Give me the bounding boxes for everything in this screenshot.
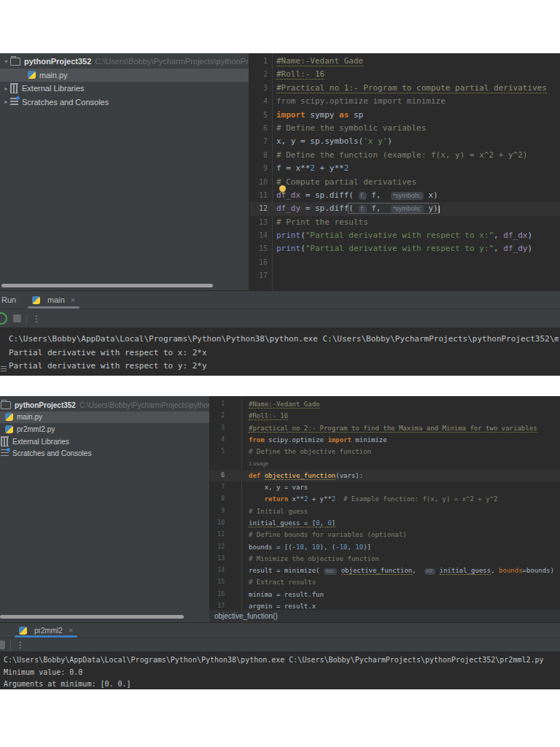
console-output: C:\Users\Bobby\AppData\Local\Programs\Py… <box>9 333 559 374</box>
code-line-4[interactable]: 4from scipy.optimize import minimize <box>249 95 560 108</box>
usage-inlay-row[interactable]: 1 usage <box>210 457 560 469</box>
code-line-10[interactable]: 10# Compute partial derivatives <box>249 176 560 189</box>
code-line-11[interactable]: 11df_dx = sp.diff( f: f, *symbols: x) <box>249 189 560 202</box>
code-line-5[interactable]: 5# Define the objective function <box>210 446 560 457</box>
code-line-2[interactable]: 2#Roll:- 16 <box>249 68 560 81</box>
code-line-14[interactable]: 14result = minimize( fun: objective_func… <box>210 565 560 576</box>
code-line-7[interactable]: 7x, y = sp.symbols('x y') <box>249 135 560 148</box>
line-number: 17 <box>210 600 225 610</box>
code-line-8[interactable]: 8 return x**2 + y**2 # Example function:… <box>210 493 560 505</box>
code-line-7[interactable]: 7 x, y = vars <box>210 481 560 493</box>
code-line-1[interactable]: 1#Name:-Vedant Gade <box>210 398 560 410</box>
code-editor[interactable]: 1#Name:-Vedant Gade2#Roll:- 163#Practica… <box>249 53 560 290</box>
project-panel: pythonProject352C:\Users\Bobby\PycharmPr… <box>0 396 210 610</box>
rerun-icon[interactable] <box>0 312 7 325</box>
parameter-hint: *symbols: <box>391 192 424 200</box>
code-line-1[interactable]: 1#Name:-Vedant Gade <box>249 55 560 68</box>
line-number: 17 <box>249 269 268 282</box>
stop-icon[interactable] <box>13 314 21 322</box>
code-line-15[interactable]: 15# Extract results <box>210 576 560 588</box>
close-icon[interactable]: × <box>69 626 73 635</box>
code-line-text: from scipy.optimize import minimize <box>225 434 560 446</box>
run-console[interactable]: C:\Users\Bobby\AppData\Local\Programs\Py… <box>0 328 560 376</box>
code-line-9[interactable]: 9# Initial guess <box>210 506 560 517</box>
code-line-text: df_dy = sp.diff( f: f, *symbols: y) <box>268 202 560 215</box>
tree-item-external-libraries[interactable]: External Libraries <box>0 436 209 448</box>
code-line-16[interactable]: 16minima = result.fun <box>210 589 560 600</box>
close-icon[interactable]: × <box>71 295 75 304</box>
run-tab-pr2mml2[interactable]: pr2mml2 × <box>13 623 79 638</box>
code-line-6[interactable]: 6# Define the symbolic variables <box>249 122 560 135</box>
parameter-hint: x0: <box>424 568 436 575</box>
code-line-12[interactable]: 12df_dy = sp.diff( f: f, *symbols: y) <box>249 202 560 215</box>
code-line-5[interactable]: 5import sympy as sp <box>249 109 560 122</box>
code-line-15[interactable]: 15print("Partial derivative with respect… <box>249 242 560 255</box>
chevron-down-icon[interactable]: ▾ <box>2 58 10 65</box>
code-line-text: initial_guess = [0, 0] <box>225 517 560 529</box>
code-line-text: #Roll:- 16 <box>268 68 560 81</box>
tree-item-external-libraries[interactable]: ▸External Libraries <box>0 82 249 96</box>
tree-item-label: Scratches and Consoles <box>12 449 91 457</box>
line-number: 2 <box>210 410 225 422</box>
line-number: 12 <box>210 541 225 553</box>
tree-item-pythonproject352[interactable]: pythonProject352C:\Users\Bobby\PycharmPr… <box>0 399 209 411</box>
code-line-17[interactable]: 17argmin = result.x <box>210 600 560 610</box>
tree-item-main-py[interactable]: main.py <box>0 411 209 424</box>
line-number: 3 <box>249 82 268 95</box>
line-number: 16 <box>210 589 225 600</box>
code-line-8[interactable]: 8# Define the function (example: f(x, y)… <box>249 149 560 162</box>
horizontal-scrollbar[interactable] <box>0 615 184 619</box>
code-line-11[interactable]: 11# Define bounds for variables (optiona… <box>210 529 560 541</box>
tree-item-scratches-and-consoles[interactable]: Scratches and Consoles <box>0 447 209 460</box>
code-editor[interactable]: 1#Name:-Vedant Gade2#Roll:- 163#practica… <box>210 396 560 610</box>
line-number: 16 <box>249 256 268 269</box>
chevron-right-icon[interactable]: ▸ <box>2 98 10 105</box>
intention-bulb-icon[interactable] <box>279 185 286 192</box>
code-line-12[interactable]: 12bounds = [(-10, 10), (-10, 10)] <box>210 541 560 553</box>
stop-icon[interactable] <box>0 640 5 649</box>
usages-inlay-hint[interactable]: 1 usage <box>249 460 268 467</box>
code-line-17[interactable]: 17 <box>249 269 560 282</box>
code-line-text: from scipy.optimize import minimize <box>268 95 560 108</box>
code-line-13[interactable]: 13# Minimize the objective function <box>210 553 560 565</box>
tree-item-label: Scratches and Consoles <box>22 98 109 107</box>
code-line-3[interactable]: 3#Practical no 1:- Program to compute pa… <box>249 82 560 95</box>
code-line-text: bounds = [(-10, 10), (-10, 10)] <box>225 541 560 553</box>
project-tree: ▾pythonProject352C:\Users\Bobby\PycharmP… <box>0 55 249 109</box>
code-line-13[interactable]: 13# Print the results <box>249 216 560 229</box>
chevron-right-icon[interactable]: ▸ <box>2 85 10 92</box>
code-line-10[interactable]: 10initial_guess = [0, 0] <box>210 517 560 529</box>
code-line-text: import sympy as sp <box>268 109 560 122</box>
code-line-2[interactable]: 2#Roll:- 16 <box>210 410 560 422</box>
run-panel-title: Run <box>0 295 26 304</box>
more-options-icon[interactable]: ⋮ <box>32 314 41 324</box>
more-options-icon[interactable]: ⋮ <box>16 640 25 650</box>
run-console[interactable]: C:\Users\Bobby\AppData\Local\Programs\Py… <box>0 651 560 689</box>
code-line-6[interactable]: 6def objective_function(vars): <box>210 470 560 481</box>
code-line-text: # Define the objective function <box>225 446 560 457</box>
code-line-14[interactable]: 14print("Partial derivative with respect… <box>249 229 560 242</box>
tree-item-main-py[interactable]: main.py <box>0 69 249 82</box>
code-line-text: f = x**2 + y**2 <box>268 162 560 175</box>
python-icon <box>19 627 27 635</box>
breadcrumb[interactable]: objective_function() <box>209 610 560 622</box>
code-line-3[interactable]: 3#practical no 2:- Program to find the M… <box>210 422 560 434</box>
code-line-text: # Define the symbolic variables <box>268 122 560 135</box>
code-line-9[interactable]: 9f = x**2 + y**2 <box>249 162 560 175</box>
line-number: 12 <box>249 202 268 215</box>
console-line: Partial derivative with respect to y: 2*… <box>9 360 559 374</box>
line-number: 13 <box>249 216 268 229</box>
line-number: 14 <box>249 229 268 242</box>
console-line: C:\Users\Bobby\AppData\Local\Programs\Py… <box>9 333 559 347</box>
code-line-16[interactable]: 16 <box>249 256 560 269</box>
code-line-4[interactable]: 4from scipy.optimize import minimize <box>210 434 560 446</box>
run-tab-main[interactable]: main × <box>26 291 81 309</box>
tree-item-pr2mml2-py[interactable]: pr2mml2.py <box>0 423 209 436</box>
text-caret <box>438 206 440 213</box>
tree-item-scratches-and-consoles[interactable]: ▸Scratches and Consoles <box>0 96 249 109</box>
softwrap-icon[interactable] <box>1 366 7 371</box>
tree-item-pythonproject352[interactable]: ▾pythonProject352C:\Users\Bobby\PycharmP… <box>0 55 249 69</box>
run-tab-label: main <box>47 295 65 304</box>
line-number: 9 <box>249 162 268 175</box>
horizontal-scrollbar[interactable] <box>1 284 213 287</box>
